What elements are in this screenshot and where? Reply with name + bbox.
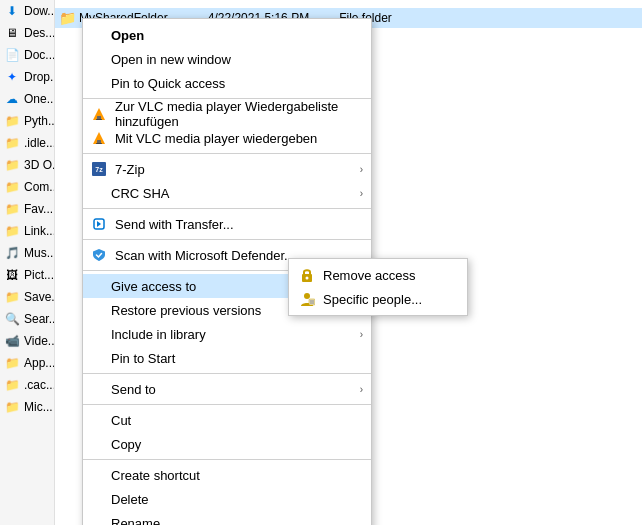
- sidebar-label-cache: .cac...: [24, 378, 55, 392]
- include-library-label: Include in library: [111, 327, 351, 342]
- vlc-icon-1: [89, 106, 109, 122]
- sidebar-label-3d: 3D O...: [24, 158, 55, 172]
- shared-folder-icon: 📁: [59, 10, 75, 26]
- folder-icon-fav: 📁: [4, 201, 20, 217]
- music-icon: 🎵: [4, 245, 20, 261]
- sidebar-item-links[interactable]: 📁 Link...: [0, 220, 54, 242]
- context-menu-cut[interactable]: Cut: [83, 408, 371, 432]
- sidebar-label-links: Link...: [24, 224, 55, 238]
- sidebar-label-microsoft: Mic...: [24, 400, 53, 414]
- folder-icon-cache: 📁: [4, 377, 20, 393]
- vlc-icon-2: [89, 130, 109, 146]
- sidebar-item-fav[interactable]: 📁 Fav...: [0, 198, 54, 220]
- context-menu-create-shortcut[interactable]: Create shortcut: [83, 463, 371, 487]
- folder-icon-com: 📁: [4, 179, 20, 195]
- separator-3: [83, 208, 371, 209]
- sidebar-item-appdata[interactable]: 📁 App...: [0, 352, 54, 374]
- context-menu-pin-quick-access[interactable]: Pin to Quick access: [83, 71, 371, 95]
- context-menu-open-new-window[interactable]: Open in new window: [83, 47, 371, 71]
- people-icon: [297, 291, 317, 307]
- videos-icon: 📹: [4, 333, 20, 349]
- desktop-icon: 🖥: [4, 25, 20, 41]
- create-shortcut-label: Create shortcut: [111, 468, 351, 483]
- sidebar-label-dropbox: Drop...: [24, 70, 55, 84]
- folder-icon-saved: 📁: [4, 289, 20, 305]
- documents-icon: 📄: [4, 47, 20, 63]
- dropbox-icon: ✦: [4, 69, 20, 85]
- 7zip-icon: 7z: [89, 161, 109, 177]
- context-menu-rename[interactable]: Rename: [83, 511, 371, 525]
- sidebar-item-microsoft[interactable]: 📁 Mic...: [0, 396, 54, 418]
- sidebar: ⬇ Dow... 🖥 Des... 📄 Doc... ✦ Drop... ☁ O…: [0, 0, 55, 525]
- crc-sha-label: CRC SHA: [111, 186, 351, 201]
- send-to-label: Send to: [111, 382, 351, 397]
- search-icon: 🔍: [4, 311, 20, 327]
- copy-label: Copy: [111, 437, 351, 452]
- svg-point-9: [306, 277, 309, 280]
- shield-icon: [89, 247, 109, 263]
- context-menu-delete[interactable]: Delete: [83, 487, 371, 511]
- onedrive-icon: ☁: [4, 91, 20, 107]
- sidebar-label-documents: Doc...: [24, 48, 55, 62]
- sidebar-label-videos: Vide...: [24, 334, 55, 348]
- context-menu-include-library[interactable]: Include in library ›: [83, 322, 371, 346]
- context-menu-vlc-play[interactable]: Mit VLC media player wiedergeben: [83, 126, 371, 150]
- separator-2: [83, 153, 371, 154]
- rename-label: Rename: [111, 516, 351, 526]
- sidebar-item-music[interactable]: 🎵 Mus...: [0, 242, 54, 264]
- sidebar-item-pictures[interactable]: 🖼 Pict...: [0, 264, 54, 286]
- sidebar-label-pictures: Pict...: [24, 268, 54, 282]
- download-icon: ⬇: [4, 3, 20, 19]
- sidebar-item-onedrive[interactable]: ☁ One...: [0, 88, 54, 110]
- context-menu-open[interactable]: Open: [83, 23, 371, 47]
- sidebar-item-3d[interactable]: 📁 3D O...: [0, 154, 54, 176]
- sidebar-item-downloads[interactable]: ⬇ Dow...: [0, 0, 54, 22]
- sidebar-item-desktop[interactable]: 🖥 Des...: [0, 22, 54, 44]
- submenu-remove-access[interactable]: Remove access: [289, 263, 467, 287]
- sidebar-label-desktop: Des...: [24, 26, 55, 40]
- include-library-arrow: ›: [360, 329, 363, 340]
- separator-7: [83, 404, 371, 405]
- folder-icon-appdata: 📁: [4, 355, 20, 371]
- context-menu-open-label: Open: [111, 28, 351, 43]
- folder-icon-idle: 📁: [4, 135, 20, 151]
- separator-4: [83, 239, 371, 240]
- send-transfer-label: Send with Transfer...: [115, 217, 351, 232]
- pictures-icon: 🖼: [4, 267, 20, 283]
- sidebar-item-documents[interactable]: 📄 Doc...: [0, 44, 54, 66]
- sidebar-item-videos[interactable]: 📹 Vide...: [0, 330, 54, 352]
- context-menu-pin-label: Pin to Quick access: [111, 76, 351, 91]
- svg-marker-7: [97, 221, 101, 227]
- submenu-specific-people[interactable]: Specific people...: [289, 287, 467, 311]
- sidebar-label-appdata: App...: [24, 356, 55, 370]
- context-menu-crc-sha[interactable]: CRC SHA ›: [83, 181, 371, 205]
- context-menu-copy[interactable]: Copy: [83, 432, 371, 456]
- separator-6: [83, 373, 371, 374]
- context-menu-send-transfer[interactable]: Send with Transfer...: [83, 212, 371, 236]
- context-menu-pin-start[interactable]: Pin to Start: [83, 346, 371, 370]
- transfer-icon: [89, 216, 109, 232]
- separator-8: [83, 459, 371, 460]
- sidebar-item-cache[interactable]: 📁 .cac...: [0, 374, 54, 396]
- folder-icon-microsoft: 📁: [4, 399, 20, 415]
- context-menu-7zip[interactable]: 7z 7-Zip ›: [83, 157, 371, 181]
- delete-label: Delete: [111, 492, 351, 507]
- svg-rect-2: [96, 119, 102, 120]
- sidebar-item-com[interactable]: 📁 Com...: [0, 176, 54, 198]
- sidebar-item-saved[interactable]: 📁 Save...: [0, 286, 54, 308]
- sidebar-item-idle[interactable]: 📁 .idle...: [0, 132, 54, 154]
- svg-rect-4: [97, 140, 101, 143]
- sidebar-label-downloads: Dow...: [24, 4, 55, 18]
- context-menu-vlc-playlist[interactable]: Zur VLC media player Wiedergabeliste hin…: [83, 102, 371, 126]
- sidebar-item-search[interactable]: 🔍 Sear...: [0, 308, 54, 330]
- context-menu-open-new-label: Open in new window: [111, 52, 351, 67]
- cut-label: Cut: [111, 413, 351, 428]
- svg-rect-11: [309, 299, 315, 305]
- context-menu-send-to[interactable]: Send to ›: [83, 377, 371, 401]
- sidebar-item-dropbox[interactable]: ✦ Drop...: [0, 66, 54, 88]
- lock-icon: [297, 267, 317, 283]
- svg-point-10: [304, 293, 310, 299]
- sidebar-item-python[interactable]: 📁 Pyth...: [0, 110, 54, 132]
- sidebar-label-music: Mus...: [24, 246, 55, 260]
- svg-rect-1: [97, 116, 101, 119]
